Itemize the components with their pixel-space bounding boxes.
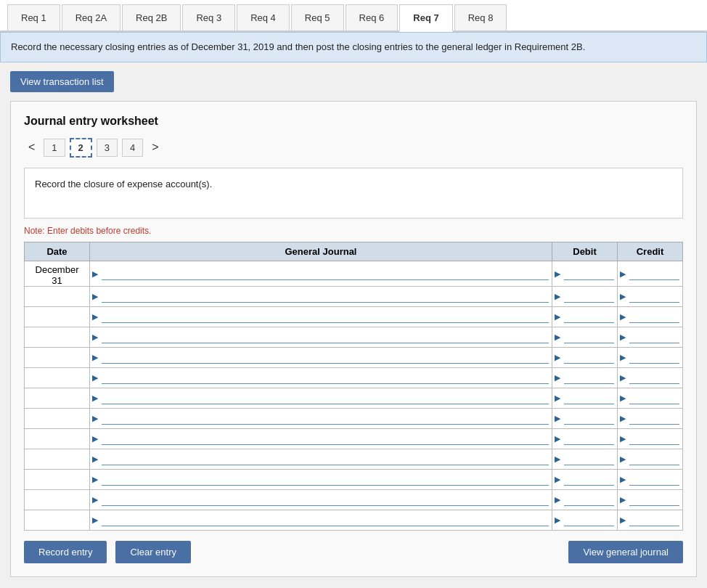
table-row-gj-6[interactable]: ▶: [90, 388, 552, 408]
table-row-credit-7[interactable]: ▶: [618, 408, 683, 428]
clear-entry-button[interactable]: Clear entry: [115, 541, 191, 563]
tab-req2b[interactable]: Req 2B: [122, 4, 181, 30]
page-3[interactable]: 3: [97, 139, 118, 157]
table-row-gj-4[interactable]: ▶: [90, 347, 552, 367]
table-row-gj-10[interactable]: ▶: [90, 469, 552, 489]
tab-req2a[interactable]: Req 2A: [62, 4, 120, 30]
tab-req6[interactable]: Req 6: [346, 4, 399, 30]
table-row-credit-11[interactable]: ▶: [618, 489, 683, 510]
page-1[interactable]: 1: [44, 139, 65, 157]
tab-req4[interactable]: Req 4: [237, 4, 290, 30]
prev-page-arrow[interactable]: <: [24, 139, 39, 155]
table-row-debit-7[interactable]: ▶: [552, 408, 618, 428]
col-general-journal: General Journal: [90, 242, 552, 261]
table-row-debit-10[interactable]: ▶: [552, 469, 618, 489]
table-row-date-8[interactable]: [25, 428, 90, 449]
table-row-credit-0[interactable]: ▶: [618, 261, 683, 286]
table-row-gj-7[interactable]: ▶: [90, 408, 552, 428]
view-transaction-button[interactable]: View transaction list: [10, 71, 114, 92]
tabs-bar: Req 1 Req 2A Req 2B Req 3 Req 4 Req 5 Re…: [0, 0, 707, 32]
journal-table: Date General Journal Debit Credit Decemb…: [24, 242, 683, 531]
table-row-gj-3[interactable]: ▶: [90, 327, 552, 347]
page-2[interactable]: 2: [70, 138, 92, 158]
table-row-credit-6[interactable]: ▶: [618, 388, 683, 408]
page-4[interactable]: 4: [122, 139, 143, 157]
table-row-debit-3[interactable]: ▶: [552, 327, 618, 347]
col-credit: Credit: [618, 242, 683, 261]
table-row-date-1[interactable]: [25, 286, 90, 306]
table-row-date-10[interactable]: [25, 469, 90, 489]
table-row-credit-12[interactable]: ▶: [618, 510, 683, 530]
table-row-debit-2[interactable]: ▶: [552, 306, 618, 327]
tab-req5[interactable]: Req 5: [291, 4, 344, 30]
tab-req3[interactable]: Req 3: [182, 4, 235, 30]
table-row-date-4[interactable]: [25, 347, 90, 367]
table-row-date-12[interactable]: [25, 510, 90, 530]
table-row-date-11[interactable]: [25, 489, 90, 510]
table-row-debit-9[interactable]: ▶: [552, 449, 618, 469]
col-date: Date: [25, 242, 90, 261]
table-row-gj-8[interactable]: ▶: [90, 428, 552, 449]
table-row-credit-1[interactable]: ▶: [618, 286, 683, 306]
table-row-debit-5[interactable]: ▶: [552, 367, 618, 388]
table-row-credit-8[interactable]: ▶: [618, 428, 683, 449]
view-general-journal-button[interactable]: View general journal: [568, 541, 683, 563]
table-row-credit-10[interactable]: ▶: [618, 469, 683, 489]
table-row-debit-8[interactable]: ▶: [552, 428, 618, 449]
note-text: Note: Enter debits before credits.: [24, 226, 683, 236]
col-debit: Debit: [552, 242, 618, 261]
table-row-credit-3[interactable]: ▶: [618, 327, 683, 347]
table-row-date-6[interactable]: [25, 388, 90, 408]
instruction-box: Record the closure of expense account(s)…: [24, 168, 683, 219]
table-row-date-3[interactable]: [25, 327, 90, 347]
tab-req1[interactable]: Req 1: [7, 4, 60, 30]
next-page-arrow[interactable]: >: [147, 139, 163, 155]
table-row-debit-4[interactable]: ▶: [552, 347, 618, 367]
table-row-gj-9[interactable]: ▶: [90, 449, 552, 469]
table-row-debit-11[interactable]: ▶: [552, 489, 618, 510]
pagination: < 1 2 3 4 >: [24, 138, 683, 158]
record-entry-button[interactable]: Record entry: [24, 541, 107, 563]
table-row-date-7[interactable]: [25, 408, 90, 428]
worksheet-container: Journal entry worksheet < 1 2 3 4 > Reco…: [10, 101, 697, 577]
table-row-date-2[interactable]: [25, 306, 90, 327]
table-row-debit-0[interactable]: ▶: [552, 261, 618, 286]
table-row-debit-12[interactable]: ▶: [552, 510, 618, 530]
table-row-date-5[interactable]: [25, 367, 90, 388]
instruction-banner: Record the necessary closing entries as …: [0, 32, 707, 62]
table-row-credit-2[interactable]: ▶: [618, 306, 683, 327]
table-row-gj-5[interactable]: ▶: [90, 367, 552, 388]
table-row-gj-0[interactable]: ▶: [90, 261, 552, 286]
bottom-buttons: Record entry Clear entry View general jo…: [24, 541, 683, 563]
table-row-debit-1[interactable]: ▶: [552, 286, 618, 306]
tab-req7[interactable]: Req 7: [399, 4, 452, 32]
table-row-debit-6[interactable]: ▶: [552, 388, 618, 408]
worksheet-title: Journal entry worksheet: [24, 115, 683, 128]
table-row-credit-9[interactable]: ▶: [618, 449, 683, 469]
table-row-gj-12[interactable]: ▶: [90, 510, 552, 530]
tab-req8[interactable]: Req 8: [454, 4, 507, 30]
table-row-credit-4[interactable]: ▶: [618, 347, 683, 367]
table-row-gj-2[interactable]: ▶: [90, 306, 552, 327]
table-row-credit-5[interactable]: ▶: [618, 367, 683, 388]
table-row-date-9[interactable]: [25, 449, 90, 469]
table-row-gj-1[interactable]: ▶: [90, 286, 552, 306]
table-row-date-0[interactable]: December31: [25, 261, 90, 286]
table-row-gj-11[interactable]: ▶: [90, 489, 552, 510]
